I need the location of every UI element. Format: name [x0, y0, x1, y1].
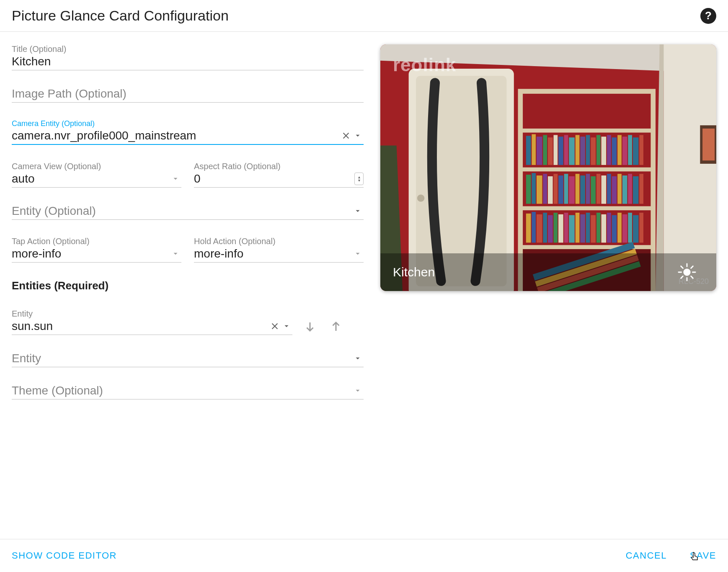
svg-rect-35: [628, 135, 632, 165]
preview-card[interactable]: reolink RLC-520 Kitchen: [380, 44, 716, 291]
clear-icon[interactable]: [269, 320, 281, 332]
svg-rect-46: [569, 176, 575, 204]
aspect-ratio-label: Aspect Ratio (Optional): [194, 162, 364, 171]
camera-watermark: reolink: [393, 54, 456, 75]
svg-rect-58: [633, 176, 639, 204]
entity-item-label: Entity: [12, 309, 292, 319]
chevron-down-icon[interactable]: [352, 353, 364, 364]
sun-icon[interactable]: [670, 260, 704, 285]
svg-rect-42: [548, 176, 553, 204]
svg-rect-28: [591, 137, 596, 165]
svg-line-92: [691, 276, 693, 278]
title-input[interactable]: [12, 55, 364, 68]
form-column: Title (Optional) Image Path (Optional) C…: [12, 44, 364, 535]
entity-add-placeholder: Entity: [12, 352, 352, 365]
entity-item-input[interactable]: [12, 319, 269, 333]
hold-action-label: Hold Action (Optional): [194, 237, 364, 246]
entities-heading: Entities (Required): [12, 279, 364, 292]
svg-rect-45: [564, 174, 568, 204]
move-down-icon[interactable]: [302, 318, 318, 335]
config-dialog: Picture Glance Card Configuration ? Titl…: [0, 0, 728, 572]
svg-rect-79: [628, 213, 632, 243]
tap-action-value: more-info: [12, 247, 170, 260]
svg-rect-69: [576, 213, 580, 243]
aspect-ratio-input[interactable]: [194, 172, 354, 186]
image-path-field[interactable]: Image Path (Optional): [12, 87, 364, 103]
svg-rect-51: [596, 174, 601, 204]
card-title: Kitchen: [393, 265, 435, 279]
entity-optional-placeholder: Entity (Optional): [12, 204, 352, 218]
chevron-down-icon[interactable]: [352, 130, 364, 142]
svg-line-93: [691, 266, 693, 268]
card-overlay: Kitchen: [380, 253, 716, 291]
svg-rect-25: [576, 135, 580, 165]
chevron-down-icon[interactable]: [352, 385, 364, 397]
chevron-down-icon[interactable]: [352, 205, 364, 217]
svg-rect-52: [602, 175, 607, 204]
svg-rect-37: [639, 135, 643, 165]
svg-point-86: [683, 269, 690, 276]
help-icon[interactable]: ?: [700, 8, 716, 24]
svg-line-94: [681, 276, 683, 278]
move-up-icon[interactable]: [328, 318, 344, 335]
svg-rect-40: [537, 175, 542, 204]
hold-action-value: more-info: [194, 247, 352, 260]
svg-rect-20: [548, 137, 553, 165]
svg-rect-19: [543, 135, 547, 165]
svg-rect-53: [607, 174, 611, 204]
chevron-down-icon[interactable]: [352, 248, 364, 260]
svg-rect-17: [532, 134, 536, 165]
svg-rect-55: [617, 174, 622, 204]
camera-entity-label: Camera Entity (Optional): [12, 119, 364, 128]
svg-point-5: [417, 194, 424, 201]
hold-action-field[interactable]: Hold Action (Optional) more-info: [194, 237, 364, 263]
svg-rect-75: [607, 213, 611, 243]
theme-field[interactable]: Theme (Optional): [12, 384, 364, 399]
chevron-down-icon[interactable]: [281, 320, 292, 332]
title-field[interactable]: Title (Optional): [12, 44, 364, 70]
svg-rect-43: [554, 174, 558, 204]
svg-rect-30: [602, 137, 607, 165]
svg-rect-29: [596, 135, 601, 165]
camera-view-field[interactable]: Camera View (Optional) auto: [12, 162, 181, 188]
svg-rect-66: [558, 214, 563, 243]
svg-rect-81: [639, 213, 643, 243]
aspect-ratio-field[interactable]: Aspect Ratio (Optional) ▴ ▾: [194, 162, 364, 188]
dialog-header: Picture Glance Card Configuration ?: [0, 0, 728, 31]
camera-view-value: auto: [12, 172, 170, 186]
tap-action-field[interactable]: Tap Action (Optional) more-info: [12, 237, 181, 263]
svg-rect-38: [526, 175, 531, 204]
dialog-body: Title (Optional) Image Path (Optional) C…: [0, 32, 728, 539]
number-spinner[interactable]: ▴ ▾: [354, 173, 364, 185]
svg-rect-65: [554, 213, 558, 243]
entity-add-field[interactable]: Entity: [12, 352, 364, 367]
svg-rect-80: [633, 215, 639, 243]
svg-rect-11: [523, 94, 651, 129]
svg-rect-9: [702, 129, 715, 160]
svg-rect-23: [564, 135, 568, 165]
show-code-editor-button[interactable]: SHOW CODE EDITOR: [12, 550, 117, 561]
chevron-down-icon[interactable]: [170, 248, 181, 260]
tap-action-label: Tap Action (Optional): [12, 237, 181, 246]
svg-rect-61: [532, 212, 536, 242]
svg-line-91: [681, 266, 683, 268]
clear-icon[interactable]: [340, 130, 352, 142]
spinner-down-icon[interactable]: ▾: [358, 179, 360, 182]
svg-rect-31: [607, 135, 611, 165]
svg-rect-59: [639, 174, 643, 204]
entity-row: Entity: [12, 309, 364, 335]
cancel-button[interactable]: CANCEL: [626, 550, 667, 561]
entity-optional-field[interactable]: Entity (Optional): [12, 204, 364, 220]
entity-item-field[interactable]: Entity: [12, 309, 292, 335]
camera-entity-input[interactable]: [12, 129, 340, 142]
svg-rect-39: [532, 173, 536, 204]
camera-entity-field[interactable]: Camera Entity (Optional): [12, 119, 364, 145]
svg-rect-78: [622, 214, 627, 243]
svg-rect-27: [586, 135, 590, 165]
svg-rect-70: [580, 214, 585, 243]
svg-rect-22: [558, 137, 563, 165]
svg-rect-77: [617, 213, 622, 243]
svg-rect-41: [543, 174, 547, 204]
chevron-down-icon[interactable]: [170, 173, 181, 185]
svg-rect-73: [596, 213, 601, 243]
